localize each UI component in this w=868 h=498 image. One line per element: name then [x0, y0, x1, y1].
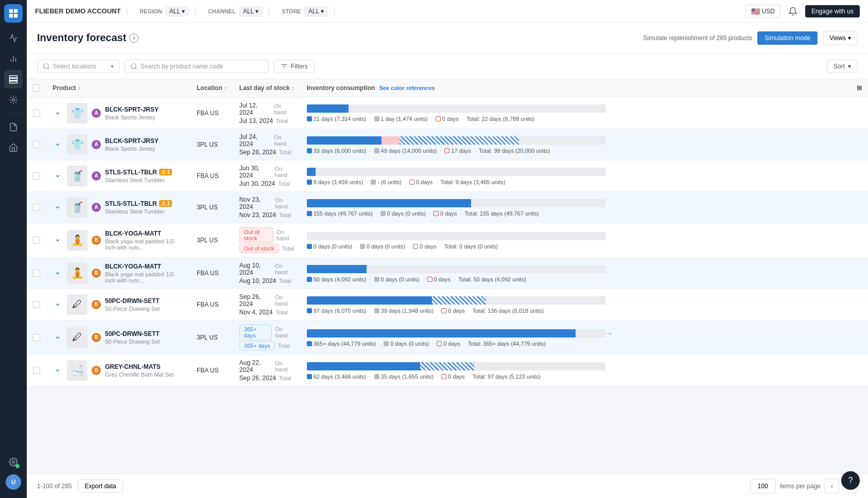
date-cell: 365+ daysOn hand 365+ daysTotal: [233, 320, 301, 354]
location-cell: FBA US: [190, 289, 233, 320]
filters-button[interactable]: Filters: [274, 60, 315, 73]
info-icon[interactable]: i: [129, 33, 138, 43]
currency-selector[interactable]: 🇺🇸 USD: [745, 5, 780, 18]
bar-cell: 97 days (6,070 units) · 39 days (1,948 u…: [301, 289, 868, 320]
row-checkbox[interactable]: [33, 172, 40, 180]
product-name: 50-Piece Drawing Set: [105, 306, 160, 312]
product-code: BLCK-YOGA-MATT: [105, 263, 184, 270]
store-dropdown[interactable]: ALL ▾: [304, 6, 328, 16]
row-checkbox[interactable]: [33, 237, 40, 244]
region-dropdown[interactable]: ALL ▾: [165, 6, 189, 16]
select-all-checkbox[interactable]: [33, 84, 40, 92]
sort-button[interactable]: Sort ▾: [827, 60, 858, 73]
bar-track: [307, 362, 605, 370]
product-image: 👕: [67, 103, 88, 123]
total-date: Jun 30, 2024: [239, 180, 275, 187]
row-checkbox[interactable]: [33, 204, 40, 211]
simulate-text: Simulate replenishment of 285 products: [643, 34, 752, 42]
expand-button[interactable]: [53, 171, 63, 181]
on-hand-date: Jun 30, 2024: [239, 165, 272, 179]
grid-view-icon[interactable]: ⊞: [857, 84, 862, 92]
product-image: 🖊: [67, 327, 88, 348]
product-badge: B: [92, 269, 101, 278]
product-info: 50PC-DRWN-SETT 50-Piece Drawing Set: [105, 330, 160, 345]
sidebar-item-settings[interactable]: [4, 453, 23, 471]
sidebar-item-home[interactable]: [4, 138, 23, 157]
th-location[interactable]: Location ↕: [190, 79, 233, 97]
user-avatar[interactable]: U: [6, 474, 21, 490]
days-plus-badge: 365+ days: [239, 325, 272, 340]
prev-page-button[interactable]: ‹: [825, 479, 839, 493]
expand-button[interactable]: [53, 332, 63, 343]
expand-button[interactable]: [53, 108, 63, 118]
row-checkbox[interactable]: [33, 301, 40, 308]
page-size-input[interactable]: [750, 479, 776, 493]
product-badge: B: [92, 333, 101, 342]
product-code: 50PC-DRWN-SETT: [105, 330, 160, 337]
expand-button[interactable]: [53, 139, 63, 150]
table-row: 🛁 B GREY-CHNL-MATS Grey Chenille Bath Ma…: [27, 354, 868, 386]
pagination-info: 1-100 of 285: [37, 483, 72, 490]
row-checkbox[interactable]: [33, 270, 40, 277]
bar-stats: 9 days (3,459 units) · - (6 units) · 0 d…: [307, 179, 862, 185]
sidebar-item-reports[interactable]: [4, 118, 23, 136]
product-code: BLCK-SPRT-JRSY: [105, 137, 159, 145]
search-input[interactable]: Search by product name code: [125, 60, 269, 73]
product-name: 50-Piece Drawing Set: [105, 339, 160, 345]
location-cell: 3PL US: [190, 129, 233, 160]
on-hand-date: Jul 12, 2024: [239, 102, 271, 116]
on-hand-date: Jul 24, 2024: [239, 133, 271, 148]
th-product[interactable]: Product ↕: [46, 79, 190, 97]
channel-dropdown[interactable]: ALL ▾: [239, 6, 263, 16]
sidebar-item-dashboard[interactable]: [4, 29, 23, 47]
help-button[interactable]: ?: [841, 471, 860, 490]
location-select[interactable]: Select locations ▾: [37, 60, 119, 73]
engage-button[interactable]: Engage with us: [805, 5, 860, 17]
row-checkbox[interactable]: [33, 367, 40, 374]
sidebar-item-integrations[interactable]: [4, 91, 23, 109]
account-title: FLIEBER DEMO ACCOUNT: [35, 7, 127, 15]
bar-track: [307, 104, 605, 113]
export-button[interactable]: Export data: [78, 479, 123, 493]
expand-button[interactable]: [53, 235, 63, 245]
date-cell: Jul 12, 2024On hand Jul 13, 2024Total: [233, 97, 301, 129]
alert-badge: ⚠ 1: [159, 200, 172, 207]
inventory-table: Product ↕ Location ↕ Last day of stock ↕…: [27, 79, 868, 386]
views-button[interactable]: Views ▾: [823, 31, 858, 45]
row-checkbox[interactable]: [33, 110, 40, 117]
channel-filter: CHANNEL ALL ▾: [202, 6, 269, 16]
svg-point-8: [44, 63, 48, 68]
store-label: STORE: [282, 8, 301, 14]
date-cell: Jun 30, 2024On hand Jun 30, 2024Total: [233, 160, 301, 191]
expand-button[interactable]: [53, 202, 63, 212]
bar-track: [307, 199, 605, 207]
row-checkbox[interactable]: [33, 141, 40, 148]
total-date: Sep 26, 2024: [239, 375, 276, 382]
sidebar-item-analytics[interactable]: [4, 49, 23, 68]
th-consumption: Inventory consumption See color referenc…: [301, 79, 868, 97]
th-last-day[interactable]: Last day of stock ↕: [233, 79, 301, 97]
color-ref-link[interactable]: See color references: [379, 85, 435, 91]
product-name: Stainless Steel Tumbler: [105, 208, 172, 215]
table-header: Product ↕ Location ↕ Last day of stock ↕…: [27, 79, 868, 97]
sidebar-item-inventory[interactable]: [4, 70, 23, 88]
product-name: Grey Chenille Bath Mat Set: [105, 371, 173, 378]
expand-button[interactable]: [53, 268, 63, 278]
simulation-mode-button[interactable]: Simulation mode: [757, 31, 818, 45]
row-checkbox[interactable]: [33, 334, 40, 341]
sidebar: U: [0, 0, 27, 498]
out-of-stock-badge: Out of stock: [239, 227, 273, 243]
total-date: Aug 10, 2024: [239, 277, 276, 284]
svg-line-11: [135, 67, 137, 69]
bar-track: [307, 329, 605, 337]
app-logo[interactable]: [4, 4, 23, 23]
notifications-bell[interactable]: [786, 4, 800, 19]
bar-stats: 365+ days (44,779 units) · 0 days (0 uni…: [307, 341, 862, 347]
bar-track: [307, 265, 605, 273]
expand-button[interactable]: [53, 299, 63, 310]
table-container[interactable]: Product ↕ Location ↕ Last day of stock ↕…: [27, 79, 868, 473]
expand-button[interactable]: [53, 365, 63, 376]
table-row: 👕 A BLCK-SPRT-JRSY Black Sports Jersey F…: [27, 97, 868, 129]
table-row: 🖊 B 50PC-DRWN-SETT 50-Piece Drawing Set …: [27, 289, 868, 320]
product-code: BLCK-YOGA-MATT: [105, 230, 184, 237]
